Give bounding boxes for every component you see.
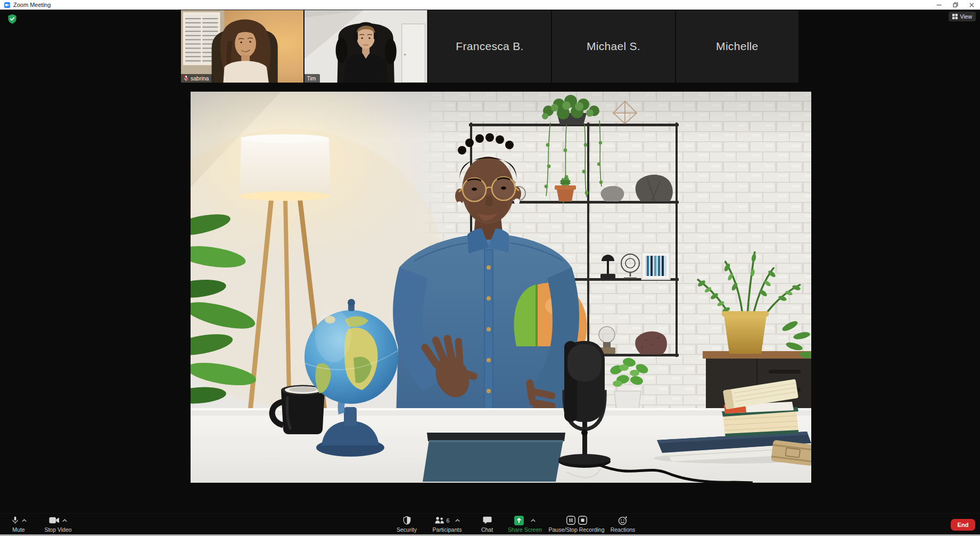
chat-button[interactable]: Chat [471,514,503,534]
participant-name: Michael S. [587,40,640,53]
window-controls [930,0,980,10]
share-screen-button[interactable]: Share Screen [503,514,547,534]
meeting-stage: View [0,10,980,513]
close-button[interactable] [963,0,980,10]
window-titlebar: Zoom Meeting [0,0,980,10]
participants-label: Participants [433,527,462,533]
security-button[interactable]: Security [390,514,423,534]
mic-muted-icon [183,75,189,82]
chat-icon [483,516,492,524]
participant-name: Francesca B. [456,40,523,53]
stop-recording-icon [578,516,587,525]
close-icon [969,3,974,7]
door [402,24,425,83]
picture-frame [642,253,670,279]
participant-name: Michelle [716,40,758,53]
mic-icon [11,516,19,525]
name-tile-michael[interactable]: Michael S. [552,10,674,83]
participant-name: Tim [307,75,316,82]
participant-name-label: sabrina [181,74,212,83]
minimize-icon [936,2,942,7]
share-screen-icon [514,516,524,525]
end-meeting-button[interactable]: End [951,519,975,531]
zoom-app-icon [4,2,10,8]
end-label: End [958,522,969,528]
sabrina-video-feed [181,10,303,83]
video-thumbnail-tim[interactable]: Tim [304,10,427,83]
tim-video-feed [304,10,427,83]
pause-stop-recording-button[interactable]: Pause/Stop Recording [547,514,606,534]
mute-button[interactable]: Mute [6,514,31,534]
reactions-label: Reactions [611,527,636,533]
name-tile-michelle[interactable]: Michelle [676,10,798,83]
pause-recording-icon [566,516,575,525]
participant-filmstrip: sabrina [181,10,798,83]
chat-label: Chat [481,527,493,533]
view-button[interactable]: View [949,12,976,21]
minimize-button[interactable] [930,0,947,10]
zoom-meeting-window: Zoom Meeting [0,0,980,536]
security-label: Security [397,527,417,533]
main-speaker-video [191,92,811,483]
participants-count: 6 [447,517,450,524]
video-thumbnail-sabrina[interactable]: sabrina [181,10,303,83]
security-shield-icon [403,516,411,525]
caret-up-icon[interactable] [531,519,536,522]
golden-planter [724,315,767,354]
caret-up-icon[interactable] [62,519,67,522]
caret-up-icon[interactable] [455,519,460,522]
toolbar-left-group: Mute Stop Video [6,514,79,534]
mute-label: Mute [12,527,24,533]
window-title: Zoom Meeting [13,0,51,10]
participant-name-label: Tim [304,74,319,83]
camera-icon [49,517,60,524]
reactions-button[interactable]: Reactions [606,514,639,534]
caret-up-icon[interactable] [22,519,27,522]
maximize-button[interactable] [947,0,963,10]
name-tile-francesca[interactable]: Francesca B. [429,10,551,83]
toolbar-center-group: Security 6 Participants [390,514,639,534]
speaker-scene [191,92,811,483]
stop-video-button[interactable]: Stop Video [37,514,79,534]
participants-icon [434,516,444,524]
participant-name: sabrina [191,75,209,82]
encryption-shield-icon[interactable] [7,14,17,24]
reactions-icon [618,516,628,525]
maximize-icon [953,2,958,7]
grid-view-icon [952,14,958,19]
participants-button[interactable]: 6 Participants [423,514,471,534]
meeting-toolbar: Mute Stop Video [0,513,980,536]
share-screen-label: Share Screen [508,527,542,533]
view-button-label: View [960,13,972,20]
recording-label: Pause/Stop Recording [548,527,604,533]
stop-video-label: Stop Video [44,527,71,533]
